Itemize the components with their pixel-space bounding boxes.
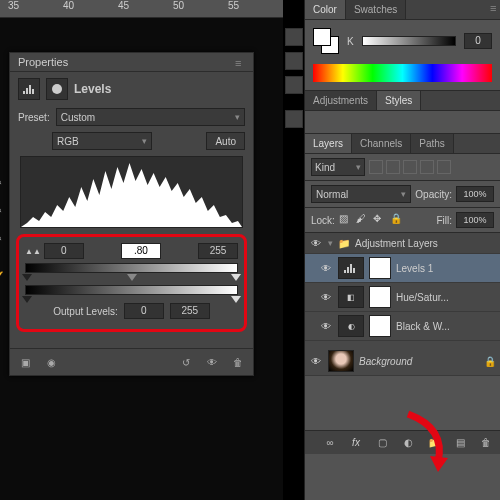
layer-row[interactable]: 👁 Background 🔒 — [305, 347, 500, 376]
tab-color[interactable]: Color — [305, 0, 346, 19]
ruler-tick: 40 — [63, 0, 118, 11]
channel-select[interactable]: RGB▾ — [52, 132, 152, 150]
mask-icon[interactable] — [46, 78, 68, 100]
blend-mode-select[interactable]: Normal▾ — [311, 185, 411, 203]
background-thumb[interactable] — [328, 350, 354, 372]
eyedropper-white-icon[interactable]: ✎ — [0, 229, 6, 245]
link-layers-icon[interactable]: ∞ — [322, 435, 338, 451]
eyedropper-gray-icon[interactable]: ✎ — [0, 201, 6, 217]
layer-row[interactable]: 👁 Levels 1 — [305, 254, 500, 283]
visibility-toggle[interactable]: 👁 — [309, 236, 323, 250]
layer-mask-thumb[interactable] — [369, 315, 391, 337]
fill-field[interactable]: 100% — [456, 212, 494, 228]
visibility-icon[interactable]: 👁 — [203, 353, 221, 371]
chevron-down-icon[interactable]: ▾ — [328, 238, 333, 248]
bw-thumb-icon[interactable]: ◐ — [338, 315, 364, 337]
hue-thumb-icon[interactable]: ◧ — [338, 286, 364, 308]
adjustments-panel: Adjustments Styles — [305, 91, 500, 134]
k-slider[interactable] — [362, 36, 456, 46]
auto-button[interactable]: Auto — [206, 132, 245, 150]
delete-layer-icon[interactable]: 🗑 — [478, 435, 494, 451]
svg-rect-1 — [26, 88, 28, 94]
ruler-tick: 35 — [8, 0, 63, 11]
svg-rect-7 — [350, 264, 352, 273]
output-label: Output Levels: — [53, 306, 117, 317]
layer-name[interactable]: Background — [359, 356, 412, 367]
panel-menu-icon[interactable]: ≡ — [486, 0, 500, 10]
filter-adjust-icon[interactable] — [386, 160, 400, 174]
levels-thumb-icon[interactable] — [338, 257, 364, 279]
tab-layers[interactable]: Layers — [305, 134, 352, 153]
lock-position-icon[interactable]: ✥ — [373, 213, 387, 227]
eyedropper-black-icon[interactable]: ✎ — [0, 173, 6, 189]
visibility-toggle[interactable]: 👁 — [319, 319, 333, 333]
filter-shape-icon[interactable] — [420, 160, 434, 174]
input-gamma-field[interactable]: .80 — [121, 243, 161, 259]
color-spectrum[interactable] — [313, 64, 492, 82]
filter-smart-icon[interactable] — [437, 160, 451, 174]
reset-icon[interactable]: ↺ — [177, 353, 195, 371]
svg-rect-2 — [29, 85, 31, 94]
tab-swatches[interactable]: Swatches — [346, 0, 406, 19]
tab-channels[interactable]: Channels — [352, 134, 411, 153]
output-white-field[interactable]: 255 — [170, 303, 210, 319]
input-black-field[interactable]: 0 — [44, 243, 84, 259]
layer-name[interactable]: Levels 1 — [396, 263, 433, 274]
layer-filter-kind[interactable]: Kind▾ — [311, 158, 365, 176]
view-previous-icon[interactable]: ◉ — [42, 353, 60, 371]
black-point-handle[interactable] — [22, 274, 32, 281]
ruler-tick: 45 — [118, 0, 173, 11]
output-black-handle[interactable] — [22, 296, 32, 303]
filter-pixel-icon[interactable] — [369, 160, 383, 174]
tab-styles[interactable]: Styles — [377, 91, 421, 110]
layer-group[interactable]: 👁 ▾ 📁 Adjustment Layers — [305, 233, 500, 254]
visibility-toggle[interactable]: 👁 — [319, 261, 333, 275]
visibility-toggle[interactable]: 👁 — [319, 290, 333, 304]
svg-rect-3 — [32, 89, 34, 94]
tab-paths[interactable]: Paths — [411, 134, 454, 153]
output-black-field[interactable]: 0 — [124, 303, 164, 319]
filter-type-icon[interactable] — [403, 160, 417, 174]
collapsed-panel-icon[interactable] — [285, 76, 303, 94]
k-value-field[interactable]: 0 — [464, 33, 492, 49]
lock-transparency-icon[interactable]: ▨ — [339, 213, 353, 227]
panel-menu-icon[interactable]: ≡ — [235, 57, 249, 67]
tab-adjustments[interactable]: Adjustments — [305, 91, 377, 110]
chevron-down-icon: ▾ — [142, 136, 147, 146]
layer-row[interactable]: 👁 ◐ Black & W... — [305, 312, 500, 341]
layer-mask-thumb[interactable] — [369, 257, 391, 279]
output-gradient[interactable] — [25, 285, 238, 297]
layer-fx-icon[interactable]: fx — [348, 435, 364, 451]
delete-icon[interactable]: 🗑 — [229, 353, 247, 371]
svg-rect-8 — [353, 268, 355, 273]
layer-name[interactable]: Hue/Satur... — [396, 292, 449, 303]
input-gradient[interactable] — [25, 263, 238, 275]
preset-select[interactable]: Custom▾ — [56, 108, 245, 126]
layer-row[interactable]: 👁 ◧ Hue/Satur... — [305, 283, 500, 312]
layer-mask-thumb[interactable] — [369, 286, 391, 308]
new-group-icon[interactable]: 📁 — [426, 435, 442, 451]
preset-value: Custom — [61, 112, 95, 123]
foreground-background-swatch[interactable] — [313, 28, 339, 54]
white-point-handle[interactable] — [231, 274, 241, 281]
input-white-field[interactable]: 255 — [198, 243, 238, 259]
new-layer-icon[interactable]: ▤ — [452, 435, 468, 451]
gamma-handle[interactable] — [127, 274, 137, 281]
layer-name[interactable]: Black & W... — [396, 321, 450, 332]
visibility-toggle[interactable]: 👁 — [309, 354, 323, 368]
lock-icon: 🔒 — [484, 356, 496, 367]
properties-footer: ▣ ◉ ↺ 👁 🗑 — [10, 348, 253, 375]
lock-pixels-icon[interactable]: 🖌 — [356, 213, 370, 227]
collapsed-panel-icon[interactable] — [285, 110, 303, 128]
collapsed-panel-icon[interactable] — [285, 28, 303, 46]
opacity-field[interactable]: 100% — [456, 186, 494, 202]
properties-tab[interactable]: Properties — [10, 53, 253, 72]
new-adjustment-layer-icon[interactable]: ◐ — [400, 435, 416, 451]
clip-icon[interactable]: ▣ — [16, 353, 34, 371]
output-white-handle[interactable] — [231, 296, 241, 303]
add-mask-icon[interactable]: ▢ — [374, 435, 390, 451]
lock-all-icon[interactable]: 🔒 — [390, 213, 404, 227]
collapsed-panel-icon[interactable] — [285, 52, 303, 70]
group-name[interactable]: Adjustment Layers — [355, 238, 438, 249]
hand-icon[interactable]: ✋ — [0, 263, 6, 279]
